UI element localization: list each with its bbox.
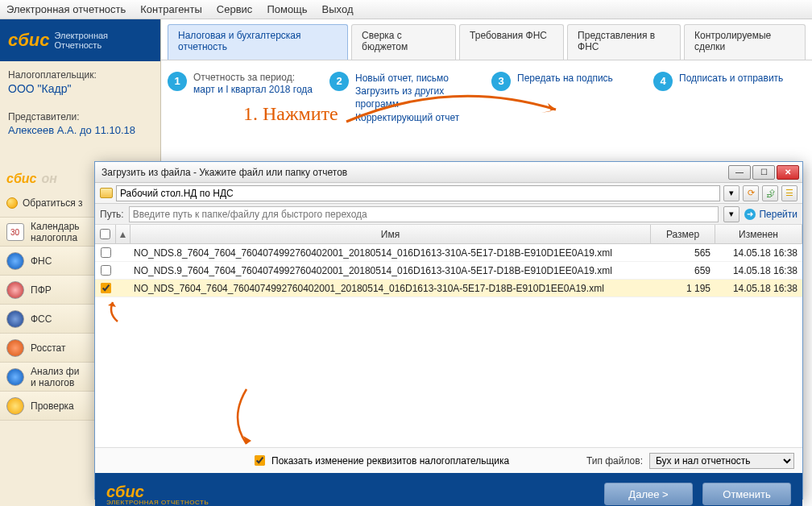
taxpayer-label: Налогоплательщик: xyxy=(8,69,152,81)
view-button[interactable]: ☰ xyxy=(781,185,798,201)
menu-item[interactable]: Сервис xyxy=(217,3,253,15)
filetype-select[interactable]: Бух и нал отчетность xyxy=(649,453,794,469)
file-size: 1 195 xyxy=(651,283,715,294)
file-grid-header: ▲ Имя Размер Изменен xyxy=(95,225,802,244)
file-row[interactable]: NO_NDS_7604_7604_7604074992760402001_201… xyxy=(95,280,802,297)
sidebar-item-label: Календарь налогопла xyxy=(31,221,80,243)
logo-tagline: ЭлектроннаяОтчетность xyxy=(55,31,109,50)
col-size[interactable]: Размер xyxy=(651,225,715,243)
sidebar-item-label: Росстат xyxy=(31,342,65,354)
sidebar-item-label: ФНС xyxy=(31,255,52,267)
sort-indicator-icon[interactable]: ▲ xyxy=(116,225,130,243)
footer-tagline: ЭЛЕКТРОННАЯ ОТЧЕТНОСТЬ xyxy=(106,499,209,506)
tabs: Налоговая и бухгалтерская отчетность Све… xyxy=(161,24,812,60)
step2-correction-link[interactable]: Корректирующий отчет xyxy=(355,112,482,125)
dropdown-button[interactable]: ▾ xyxy=(723,185,740,201)
load-file-dialog: Загрузить из файла - Укажите файл или па… xyxy=(94,161,803,500)
file-modified: 14.05.18 16:38 xyxy=(715,283,802,294)
menu-item[interactable]: Электронная отчетность xyxy=(6,3,126,15)
dialog-titlebar: Загрузить из файла - Укажите файл или па… xyxy=(95,162,802,183)
dialog-title: Загрузить из файла - Укажите файл или па… xyxy=(102,167,728,178)
step-number-icon: 2 xyxy=(329,72,349,91)
path-label: Путь: xyxy=(100,209,124,220)
support-icon xyxy=(6,197,18,209)
step3-sign-link[interactable]: Передать на подпись xyxy=(517,73,613,85)
file-modified: 14.05.18 16:38 xyxy=(715,265,802,276)
tab-fns-requirements[interactable]: Требования ФНС xyxy=(459,24,564,60)
representative-link[interactable]: Алексеев А.А. до 11.10.18 xyxy=(8,124,152,136)
minimize-button[interactable]: — xyxy=(728,165,751,180)
menubar: Электронная отчетность Контрагенты Серви… xyxy=(0,0,812,19)
file-modified: 14.05.18 16:38 xyxy=(715,247,802,259)
sidebar-item-label: Проверка xyxy=(31,400,74,412)
show-changes-checkbox[interactable] xyxy=(255,455,265,466)
sidebar-item-label: ФСС xyxy=(31,313,52,325)
sidebar-icon xyxy=(6,223,24,241)
file-name: NO_NDS.9_7604_7604_7604074992760402001_2… xyxy=(130,265,651,276)
go-arrow-icon: ➜ xyxy=(744,209,756,220)
show-changes-label: Показать изменение реквизитов налогоплат… xyxy=(271,455,509,467)
folder-icon xyxy=(100,188,113,198)
logo-brand: сбис xyxy=(8,30,50,51)
filetype-label: Тип файлов: xyxy=(586,455,643,467)
file-name: NO_NDS.8_7604_7604_7604074992760402001_2… xyxy=(130,247,651,259)
sidebar-icon xyxy=(6,339,24,357)
taxpayer-link[interactable]: ООО "Кадр" xyxy=(8,82,152,95)
row-checkbox[interactable] xyxy=(101,265,111,276)
refresh-button[interactable]: ⟳ xyxy=(743,185,759,201)
app-logo: сбис ЭлектроннаяОтчетность xyxy=(0,19,160,61)
select-all-checkbox[interactable] xyxy=(100,229,110,239)
row-checkbox[interactable] xyxy=(101,247,111,258)
col-name[interactable]: Имя xyxy=(130,225,651,243)
maximize-button[interactable]: ☐ xyxy=(752,165,775,180)
file-row[interactable]: NO_NDS.9_7604_7604_7604074992760402001_2… xyxy=(95,262,802,280)
annotation-note-1: 1. Нажмите xyxy=(243,103,338,125)
step2-load-link[interactable]: Загрузить из других программ xyxy=(355,85,482,110)
row-checkbox[interactable] xyxy=(101,283,111,293)
dialog-footer: сбис ЭЛЕКТРОННАЯ ОТЧЕТНОСТЬ Далее > Отме… xyxy=(95,473,802,506)
menu-item[interactable]: Контрагенты xyxy=(140,3,202,15)
file-name: NO_NDS_7604_7604_7604074992760402001_201… xyxy=(130,283,651,294)
cancel-button[interactable]: Отменить xyxy=(702,483,791,505)
sidebar-icon xyxy=(6,252,24,270)
tab-tax-reporting[interactable]: Налоговая и бухгалтерская отчетность xyxy=(168,24,348,60)
annotation-arrow-icon xyxy=(224,386,264,450)
col-modified[interactable]: Изменен xyxy=(715,225,802,243)
step4-send-link[interactable]: Подписать и отправить xyxy=(679,73,783,85)
sidebar-icon xyxy=(6,368,24,386)
sidebar-icon xyxy=(6,310,24,328)
next-button[interactable]: Далее > xyxy=(604,483,693,505)
up-folder-button[interactable]: ⮵ xyxy=(762,185,778,201)
sidebar-item-label: Анализ фи и налогов xyxy=(31,366,79,388)
file-row[interactable]: NO_NDS.8_7604_7604_7604074992760402001_2… xyxy=(95,244,802,262)
sidebar-item-label: ПФР xyxy=(31,284,52,296)
tab-fns-submissions[interactable]: Представления в ФНС xyxy=(567,24,681,60)
step1-period-link[interactable]: март и I квартал 2018 года xyxy=(193,84,313,97)
sidebar-icon xyxy=(6,281,24,299)
step-number-icon: 4 xyxy=(653,72,673,91)
step-number-icon: 1 xyxy=(168,72,187,91)
path-dropdown-button[interactable]: ▾ xyxy=(723,206,740,222)
step2-new-report-link[interactable]: Новый отчет, письмо xyxy=(355,73,482,85)
step1-title: Отчетность за период: xyxy=(193,72,313,83)
path-input[interactable] xyxy=(129,206,719,222)
step-number-icon: 3 xyxy=(491,72,511,91)
go-button[interactable]: ➜Перейти xyxy=(744,209,798,220)
menu-item[interactable]: Помощь xyxy=(267,3,307,15)
sidebar-icon xyxy=(6,397,24,415)
tab-budget-reconcile[interactable]: Сверка с бюджетом xyxy=(351,24,456,60)
tab-controlled-deals[interactable]: Контролируемые сделки xyxy=(684,24,806,60)
annotation-arrow-icon xyxy=(100,299,132,323)
file-size: 565 xyxy=(651,247,715,259)
representative-label: Представители: xyxy=(8,111,152,122)
close-button[interactable]: ✕ xyxy=(777,165,799,180)
breadcrumb-input[interactable] xyxy=(116,185,720,201)
menu-item[interactable]: Выход xyxy=(322,3,354,15)
file-size: 659 xyxy=(651,265,715,276)
